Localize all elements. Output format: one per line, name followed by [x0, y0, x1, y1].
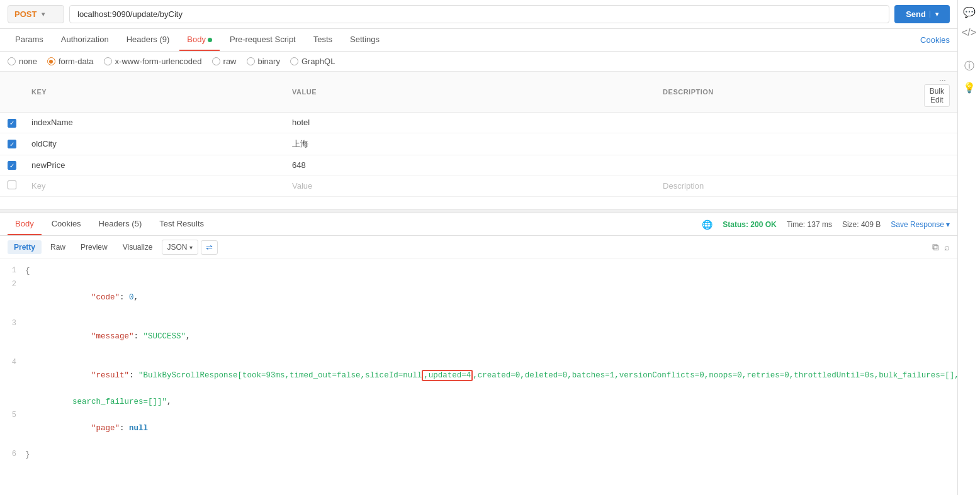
method-chevron-icon: ▾	[42, 11, 45, 18]
empty-value[interactable]: Value	[284, 175, 655, 197]
row3-check-cell	[0, 155, 24, 175]
radio-graphql-label: GraphQL	[301, 57, 335, 66]
tab-headers[interactable]: Headers (9)	[119, 29, 177, 51]
response-tab-headers[interactable]: Headers (5)	[91, 213, 150, 235]
code-line-5: 5 "page": null	[0, 409, 957, 448]
radio-urlencoded-circle	[104, 57, 112, 65]
row2-description[interactable]	[655, 133, 916, 155]
code-line-3: 3 "message": "SUCCESS",	[0, 317, 957, 356]
empty-key[interactable]: Key	[24, 175, 284, 197]
row3-actions	[916, 155, 957, 175]
globe-icon: 🌐	[702, 220, 712, 230]
method-label: POST	[14, 9, 37, 19]
body-table-container: KEY VALUE DESCRIPTION ··· Bulk Edit	[0, 72, 957, 197]
col-key: KEY	[24, 72, 284, 113]
tab-body[interactable]: Body	[179, 29, 220, 51]
radio-raw[interactable]: raw	[212, 57, 237, 66]
empty-row: Key Value Description	[0, 175, 957, 197]
method-dropdown[interactable]: POST ▾	[8, 5, 64, 23]
row1-key[interactable]: indexName	[24, 113, 284, 133]
tab-settings[interactable]: Settings	[342, 29, 387, 51]
url-bar: POST ▾ Send ▾	[0, 0, 957, 29]
row2-checkbox[interactable]	[8, 140, 16, 148]
raw-button[interactable]: Raw	[44, 240, 72, 254]
code-icon[interactable]: </>	[962, 27, 976, 38]
col-description: DESCRIPTION	[655, 72, 916, 113]
bulb-icon[interactable]: 💡	[963, 82, 976, 94]
table-row: newPrice 648	[0, 155, 957, 175]
radio-raw-circle	[212, 57, 220, 65]
row1-value[interactable]: hotel	[284, 113, 655, 133]
size-text: Size: 409 B	[842, 220, 881, 229]
row3-key[interactable]: newPrice	[24, 155, 284, 175]
row2-actions	[916, 133, 957, 155]
radio-urlencoded-label: x-www-form-urlencoded	[115, 57, 202, 66]
code-toolbar-right: ⧉ ⌕	[932, 242, 950, 253]
empty-actions	[916, 175, 957, 197]
format-label: JSON	[167, 243, 188, 252]
response-tab-body[interactable]: Body	[8, 213, 42, 235]
radio-graphql-circle	[290, 57, 298, 65]
row1-description[interactable]	[655, 113, 916, 133]
radio-form-data[interactable]: form-data	[47, 57, 94, 66]
copy-icon[interactable]: ⧉	[932, 242, 939, 253]
radio-form-data-label: form-data	[59, 57, 94, 66]
url-input[interactable]	[69, 5, 889, 23]
row3-checkbox[interactable]	[8, 161, 16, 170]
format-dropdown[interactable]: JSON ▾	[162, 240, 198, 255]
tab-tests[interactable]: Tests	[306, 29, 340, 51]
radio-none-label: none	[19, 57, 37, 66]
bulk-edit-button[interactable]: Bulk Edit	[924, 84, 950, 107]
tab-pre-request[interactable]: Pre-request Script	[222, 29, 303, 51]
search-icon[interactable]: ⌕	[944, 242, 950, 253]
radio-form-data-circle	[47, 57, 55, 65]
radio-urlencoded[interactable]: x-www-form-urlencoded	[104, 57, 202, 66]
code-toolbar: Pretty Raw Preview Visualize JSON ▾ ⇌ ⧉ …	[0, 236, 957, 259]
response-tabs: Body Cookies Headers (5) Test Results 🌐 …	[0, 213, 957, 236]
body-active-dot	[208, 38, 212, 42]
response-status-bar: 🌐 Status: 200 OK Time: 137 ms Size: 409 …	[702, 220, 950, 230]
tab-params[interactable]: Params	[8, 29, 51, 51]
wrap-button[interactable]: ⇌	[201, 240, 218, 255]
code-line-6: 6 }	[0, 448, 957, 462]
row1-check-cell	[0, 113, 24, 133]
visualize-button[interactable]: Visualize	[116, 240, 159, 254]
code-line-4b: search_failures=[]]",	[0, 395, 957, 409]
tab-authorization[interactable]: Authorization	[54, 29, 116, 51]
radio-graphql[interactable]: GraphQL	[290, 57, 335, 66]
code-line-1: 1 {	[0, 264, 957, 278]
code-line-4: 4 "result": "BulkByScrollResponse[took=9…	[0, 356, 957, 395]
more-options-icon[interactable]: ···	[939, 77, 946, 84]
pretty-button[interactable]: Pretty	[8, 240, 42, 254]
save-response-button[interactable]: Save Response ▾	[891, 220, 950, 229]
code-line-2: 2 "code": 0,	[0, 278, 957, 317]
send-chevron-icon: ▾	[930, 11, 938, 18]
row2-value[interactable]: 上海	[284, 133, 655, 155]
row2-check-cell	[0, 133, 24, 155]
row2-key[interactable]: oldCity	[24, 133, 284, 155]
time-text: Time: 137 ms	[787, 220, 832, 229]
empty-description[interactable]: Description	[655, 175, 916, 197]
row3-description[interactable]	[655, 155, 916, 175]
response-tab-cookies[interactable]: Cookies	[44, 213, 89, 235]
row3-value[interactable]: 648	[284, 155, 655, 175]
row1-checkbox[interactable]	[8, 119, 16, 128]
radio-none[interactable]: none	[8, 57, 37, 66]
table-row: indexName hotel	[0, 113, 957, 133]
radio-binary-label: binary	[258, 57, 280, 66]
radio-binary[interactable]: binary	[247, 57, 280, 66]
tab-body-label: Body	[187, 35, 206, 44]
preview-button[interactable]: Preview	[74, 240, 114, 254]
side-icons-panel: 💬 </> ⓘ 💡	[957, 0, 980, 495]
info-icon[interactable]: ⓘ	[964, 60, 974, 73]
radio-binary-circle	[247, 57, 255, 65]
radio-raw-label: raw	[223, 57, 237, 66]
request-tabs: Params Authorization Headers (9) Body Pr…	[0, 29, 957, 52]
body-table: KEY VALUE DESCRIPTION ··· Bulk Edit	[0, 72, 957, 197]
empty-checkbox[interactable]	[8, 181, 16, 189]
cookies-link[interactable]: Cookies	[920, 35, 950, 45]
response-tab-test-results[interactable]: Test Results	[152, 213, 211, 235]
table-row: oldCity 上海	[0, 133, 957, 155]
comment-icon[interactable]: 💬	[963, 6, 976, 18]
send-button[interactable]: Send ▾	[894, 5, 950, 23]
